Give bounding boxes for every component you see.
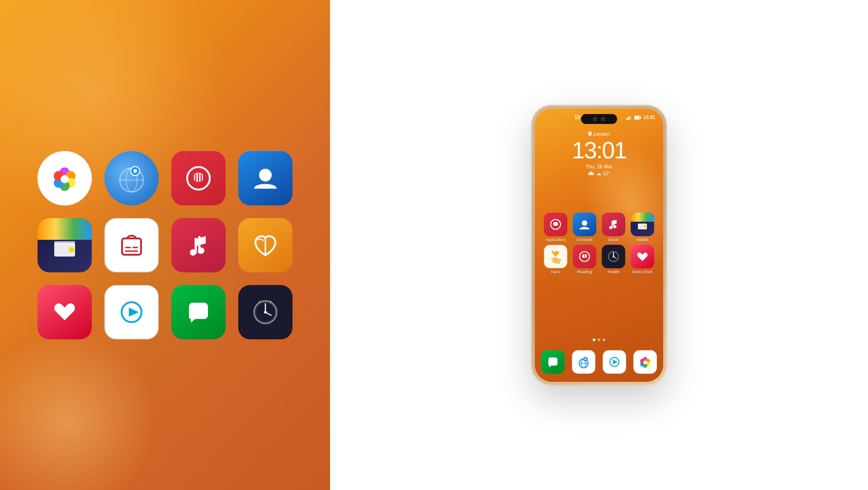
- svg-point-6: [61, 175, 69, 183]
- phone-deskclock-label: Desk Clock: [632, 270, 653, 274]
- svg-point-27: [264, 311, 267, 314]
- svg-point-13: [259, 169, 272, 181]
- app-grid: [38, 151, 292, 339]
- svg-marker-54: [613, 360, 618, 364]
- svg-rect-34: [635, 116, 639, 119]
- phone-dock-petal[interactable]: [633, 350, 657, 374]
- signal-icon: [626, 115, 632, 120]
- svg-point-39: [613, 225, 617, 228]
- svg-point-61: [643, 361, 647, 364]
- app-appgallery[interactable]: [171, 151, 226, 205]
- phone-music-label: Music: [608, 238, 619, 242]
- app-health[interactable]: [38, 285, 92, 339]
- svg-marker-22: [129, 308, 139, 317]
- app-reading[interactable]: [238, 218, 292, 272]
- phone-wallet-label: Wallet: [637, 238, 648, 242]
- svg-point-47: [613, 256, 614, 257]
- phone-location: London: [588, 131, 610, 137]
- phone-date: Thu, 26 Mar: [585, 164, 612, 169]
- phone-fans-label: Fans: [551, 270, 560, 274]
- app-wallet[interactable]: [38, 218, 92, 272]
- page-dot-3[interactable]: [603, 338, 605, 341]
- svg-point-19: [198, 247, 204, 254]
- phone-app-grid: AppGallery Contacts Music: [535, 213, 663, 277]
- battery-icon: [634, 115, 642, 120]
- phone-app-reading[interactable]: Reading: [573, 245, 596, 274]
- phone-page-dots: [535, 338, 663, 341]
- battery-time-label: 13:01: [643, 115, 655, 120]
- svg-point-35: [590, 133, 591, 134]
- svg-rect-33: [641, 117, 642, 119]
- app-petal[interactable]: [38, 151, 92, 205]
- page-dot-2[interactable]: [598, 338, 600, 341]
- svg-rect-31: [630, 115, 631, 120]
- cloud-icon: [588, 171, 594, 176]
- svg-point-18: [190, 249, 196, 256]
- phone-mockup: 13:01 13:01: [531, 105, 667, 385]
- app-video[interactable]: [104, 285, 159, 339]
- phone-camera-right: [601, 117, 605, 121]
- phone-health-label: Health: [608, 270, 619, 274]
- svg-point-41: [644, 225, 646, 228]
- phone-screen: 13:01 13:01: [535, 109, 663, 382]
- svg-point-11: [133, 169, 137, 173]
- app-contacts[interactable]: [238, 151, 292, 205]
- app-browser[interactable]: [104, 151, 159, 205]
- app-clock[interactable]: [238, 285, 292, 339]
- phone-app-wallet[interactable]: Wallet: [631, 213, 654, 242]
- status-icons: 13:01: [626, 115, 655, 120]
- phone-lock-info: London 13:01 Thu, 26 Mar ☁ 12°: [535, 131, 663, 176]
- svg-rect-29: [627, 117, 628, 120]
- svg-rect-30: [629, 116, 630, 120]
- phone-appgallery-label: AppGallery: [546, 238, 566, 242]
- svg-point-16: [69, 247, 74, 252]
- phone-camera-left: [593, 117, 597, 121]
- phone-app-row-1: AppGallery Contacts Music: [535, 213, 663, 242]
- svg-point-52: [585, 358, 586, 360]
- phone-app-deskclock[interactable]: Desk Clock: [631, 245, 654, 274]
- phone-app-appgallery[interactable]: AppGallery: [544, 213, 567, 242]
- location-text: London: [593, 131, 610, 137]
- svg-point-38: [609, 226, 613, 229]
- phone-app-row-2: Fans Reading Health: [535, 245, 663, 274]
- phone-weather: ☁ 12°: [588, 171, 610, 176]
- app-music[interactable]: [171, 218, 226, 272]
- phone-dock-browser[interactable]: [572, 350, 595, 374]
- app-messages[interactable]: [171, 285, 226, 339]
- phone-time: 13:01: [572, 138, 626, 162]
- phone-dock-video[interactable]: [603, 350, 626, 374]
- right-panel: 13:01 13:01: [330, 0, 868, 490]
- page-dot-1[interactable]: [593, 338, 595, 341]
- weather-text: ☁ 12°: [596, 171, 610, 176]
- phone-reading-label: Reading: [577, 270, 592, 274]
- phone-dock-messages[interactable]: [541, 350, 565, 374]
- app-store[interactable]: [104, 218, 159, 272]
- left-panel: [0, 0, 330, 490]
- phone-contacts-label: Contacts: [576, 238, 593, 242]
- svg-point-37: [582, 220, 587, 226]
- phone-app-fans[interactable]: Fans: [544, 245, 567, 274]
- phone-app-contacts[interactable]: Contacts: [573, 213, 596, 242]
- phone-app-health[interactable]: Health: [602, 245, 625, 274]
- svg-rect-28: [626, 118, 627, 120]
- svg-rect-15: [54, 241, 75, 245]
- phone-app-music[interactable]: Music: [602, 213, 625, 242]
- phone-notch: [581, 114, 617, 124]
- phone-dock: [535, 347, 663, 377]
- location-icon: [588, 132, 592, 136]
- svg-rect-17: [122, 238, 141, 255]
